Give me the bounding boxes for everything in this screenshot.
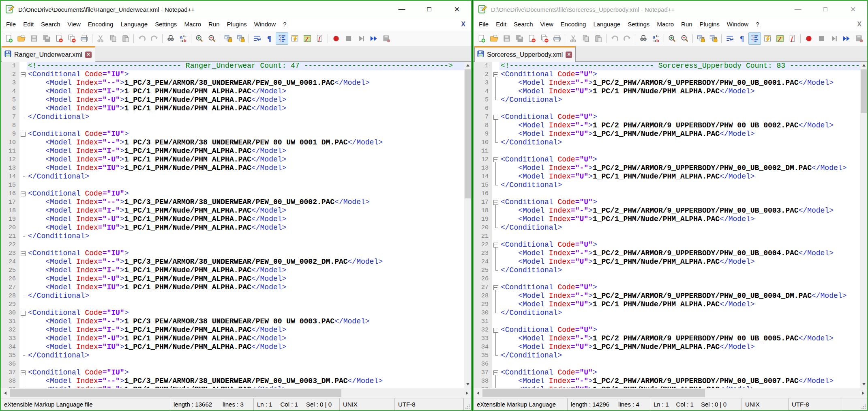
zoom-in-icon[interactable]: [193, 32, 206, 45]
fold-collapse-icon[interactable]: [492, 198, 499, 207]
tab-close-icon[interactable]: ✕: [85, 52, 92, 58]
status-eol-format[interactable]: UNIX: [742, 398, 789, 410]
fold-collapse-icon[interactable]: [19, 249, 27, 258]
fold-collapse-icon[interactable]: [492, 241, 499, 249]
status-encoding[interactable]: UTF-8: [395, 398, 464, 410]
menu-edit[interactable]: Edit: [492, 21, 510, 28]
close-file-icon[interactable]: [525, 32, 538, 45]
minimize-button[interactable]: —: [397, 5, 406, 13]
horizontal-scroll-thumb[interactable]: [10, 389, 341, 397]
vertical-scroll-thumb[interactable]: [861, 69, 867, 113]
fold-collapse-icon[interactable]: [492, 113, 499, 121]
show-all-characters-icon[interactable]: ¶: [263, 32, 276, 45]
menu-window[interactable]: Window: [723, 21, 752, 28]
menu-plugins[interactable]: Plugins: [223, 21, 251, 28]
tab-ranger-underwear[interactable]: Ranger_Underwear.xml ✕: [2, 46, 95, 62]
document-close-x[interactable]: X: [857, 21, 862, 28]
menu-macro[interactable]: Macro: [653, 21, 677, 28]
tab-sorceress-upperbody[interactable]: Sorceress_Upperbody.xml ✕: [474, 46, 576, 62]
vertical-scrollbar[interactable]: [860, 62, 867, 388]
document-map-icon[interactable]: [774, 32, 786, 45]
vertical-scrollbar[interactable]: [464, 62, 471, 388]
menu-run[interactable]: Run: [677, 21, 696, 28]
zoom-out-icon[interactable]: [206, 32, 218, 45]
scroll-up-arrow[interactable]: [464, 62, 471, 69]
show-indent-guide-icon[interactable]: [276, 32, 288, 45]
scroll-up-arrow[interactable]: [860, 62, 867, 69]
menu-help[interactable]: ?: [752, 21, 763, 28]
new-file-icon[interactable]: [475, 32, 488, 45]
function-list-icon[interactable]: f: [313, 32, 326, 45]
show-indent-guide-icon[interactable]: [748, 32, 761, 45]
menu-view[interactable]: View: [537, 21, 557, 28]
replace-icon[interactable]: ab: [649, 32, 662, 45]
scroll-right-arrow[interactable]: [859, 388, 867, 398]
menu-language[interactable]: Language: [589, 21, 624, 28]
scroll-down-arrow[interactable]: [464, 381, 471, 388]
macro-record-icon[interactable]: [802, 32, 815, 45]
replace-icon[interactable]: ab: [177, 32, 189, 45]
close-file-icon[interactable]: [53, 32, 65, 45]
menu-edit[interactable]: Edit: [19, 21, 37, 28]
fold-collapse-icon[interactable]: [19, 309, 27, 317]
menu-macro[interactable]: Macro: [180, 21, 205, 28]
find-icon[interactable]: [164, 32, 177, 45]
title-bar[interactable]: D:\OneDrive\Documents\file\Ranger_Underw…: [1, 1, 471, 18]
zoom-in-icon[interactable]: [666, 32, 678, 45]
menu-encoding[interactable]: Encoding: [557, 21, 590, 28]
macro-run-multiple-icon[interactable]: [840, 32, 853, 45]
code-editor[interactable]: 1<!--------------------------------- Sor…: [474, 62, 867, 388]
sync-vertical-scrolling-icon[interactable]: [222, 32, 234, 45]
menu-file[interactable]: File: [2, 21, 19, 28]
zoom-out-icon[interactable]: [678, 32, 691, 45]
scroll-down-arrow[interactable]: [860, 381, 867, 388]
menu-encoding[interactable]: Encoding: [84, 21, 117, 28]
fold-collapse-icon[interactable]: [492, 368, 499, 377]
maximize-button[interactable]: □: [425, 5, 434, 13]
close-all-icon[interactable]: [538, 32, 551, 45]
close-all-icon[interactable]: [65, 32, 78, 45]
vertical-scroll-thumb[interactable]: [465, 69, 471, 198]
horizontal-scrollbar[interactable]: [1, 388, 471, 398]
resize-grip[interactable]: [861, 404, 866, 409]
find-icon[interactable]: [637, 32, 649, 45]
fold-collapse-icon[interactable]: [492, 155, 499, 164]
menu-help[interactable]: ?: [279, 21, 290, 28]
sync-horizontal-scrolling-icon[interactable]: [707, 32, 720, 45]
maximize-button[interactable]: □: [821, 5, 830, 13]
menu-settings[interactable]: Settings: [151, 21, 180, 28]
shortcut-mapper-icon[interactable]: [761, 32, 774, 45]
sync-horizontal-scrolling-icon[interactable]: [234, 32, 247, 45]
menu-language[interactable]: Language: [117, 21, 151, 28]
horizontal-scrollbar[interactable]: [474, 388, 867, 398]
document-close-x[interactable]: X: [461, 21, 465, 28]
close-button[interactable]: ✕: [849, 5, 857, 14]
menu-plugins[interactable]: Plugins: [696, 21, 723, 28]
sync-vertical-scrolling-icon[interactable]: [694, 32, 707, 45]
title-bar[interactable]: D:\OneDrive\Documents\file\Sorceress_Upp…: [474, 1, 867, 18]
tab-close-icon[interactable]: ✕: [566, 52, 572, 58]
word-wrap-icon[interactable]: [251, 32, 263, 45]
shortcut-mapper-icon[interactable]: [288, 32, 301, 45]
scroll-right-arrow[interactable]: [463, 388, 471, 398]
fold-collapse-icon[interactable]: [19, 368, 27, 377]
show-all-characters-icon[interactable]: ¶: [736, 32, 748, 45]
menu-settings[interactable]: Settings: [624, 21, 653, 28]
menu-file[interactable]: File: [475, 21, 492, 28]
menu-view[interactable]: View: [64, 21, 84, 28]
document-map-icon[interactable]: [301, 32, 313, 45]
fold-collapse-icon[interactable]: [19, 70, 27, 79]
menu-window[interactable]: Window: [251, 21, 279, 28]
status-encoding[interactable]: UTF-8: [789, 398, 841, 410]
minimize-button[interactable]: —: [793, 5, 802, 13]
fold-collapse-icon[interactable]: [19, 189, 27, 198]
menu-search[interactable]: Search: [37, 21, 64, 28]
close-button[interactable]: ✕: [452, 5, 461, 14]
open-file-icon[interactable]: [488, 32, 500, 45]
new-file-icon[interactable]: [2, 32, 15, 45]
fold-collapse-icon[interactable]: [492, 283, 499, 292]
word-wrap-icon[interactable]: [723, 32, 736, 45]
scroll-left-arrow[interactable]: [474, 388, 482, 398]
menu-search[interactable]: Search: [510, 21, 537, 28]
resize-grip[interactable]: [465, 404, 470, 409]
